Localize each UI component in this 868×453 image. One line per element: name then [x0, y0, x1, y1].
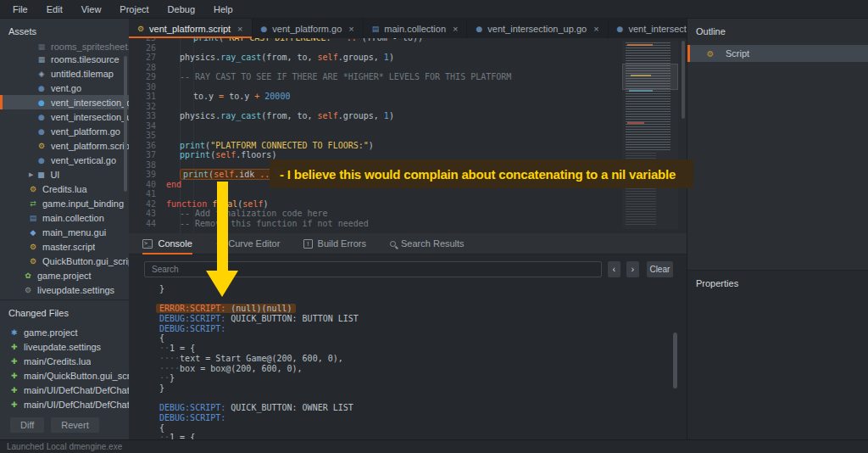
changed-file-main-ui-defchat-defchat-gui[interactable]: ✚main/UI/DefChat/DefChat.gui: [0, 397, 129, 411]
tree-item-game-project[interactable]: ✿game.project: [0, 268, 129, 282]
console-line: ··}: [159, 373, 670, 383]
defold-editor-window: FileEditViewProjectDebugHelp Assets ▦roo…: [0, 0, 868, 453]
console-line-error: ERROR:SCRIPT: (null)(null): [159, 304, 670, 314]
changed-file-main-ui-defchat-defchat-go[interactable]: ✚main/UI/DefChat/DefChat.go: [0, 383, 129, 397]
status-bar: Launched Local dmengine.exe: [0, 439, 868, 453]
close-icon[interactable]: ×: [348, 24, 353, 34]
tab-label: main.collection: [384, 24, 446, 34]
tree-item-vent-platform-script[interactable]: ⚙vent_platform.script: [0, 138, 129, 153]
code-line: 36print("PLATFORM CONNECTED TO FLOORS:"): [129, 141, 687, 151]
chevron-right-icon[interactable]: ▶: [29, 171, 33, 178]
changed-files-list[interactable]: ✱game.project✚liveupdate.settings✚main/C…: [0, 325, 129, 411]
code-line: 31to.y = to.y + 20000: [129, 92, 687, 102]
line-number: 35: [129, 131, 156, 141]
menu-view[interactable]: View: [72, 0, 111, 19]
tab-vent-platform-go[interactable]: ●vent_platform.go×: [253, 19, 364, 38]
minimap-viewport[interactable]: [622, 64, 678, 90]
console-tab-build-errors[interactable]: !Build Errors: [303, 233, 366, 254]
line-number: 38: [129, 160, 156, 171]
tree-item-credits-lua[interactable]: ⚙Credits.lua: [0, 182, 129, 196]
line-number: 40: [129, 180, 156, 190]
assets-scrollbar[interactable]: [124, 56, 127, 192]
tree-item-label: vent_vertical.go: [51, 155, 116, 165]
tree-item-ui[interactable]: ▶■UI: [0, 167, 129, 182]
added-icon: ✚: [11, 357, 19, 366]
minimap[interactable]: [622, 41, 678, 229]
changed-file-main-credits-lua[interactable]: ✚main/Credits.lua: [0, 354, 129, 368]
modified-icon: ✱: [11, 328, 19, 337]
changed-file-main-quickbutton-gui-script[interactable]: ✚main/QuickButton.gui_script: [0, 368, 129, 383]
close-icon[interactable]: ×: [453, 24, 458, 34]
search-next-button[interactable]: ›: [626, 261, 639, 277]
console-line: ··1 = {: [159, 344, 670, 354]
script-icon: ⚙: [29, 185, 37, 193]
line-number: 26: [129, 43, 156, 53]
assets-tree[interactable]: ▦rooms_spritesheet.tilesource▦rooms.tile…: [0, 42, 129, 297]
menu-edit[interactable]: Edit: [37, 0, 72, 19]
menu-help[interactable]: Help: [204, 0, 242, 19]
tree-item-label: main_menu.gui: [42, 227, 106, 238]
console-tab-search-results[interactable]: Search Results: [390, 233, 465, 254]
search-prev-button[interactable]: ‹: [608, 261, 620, 277]
editor-scrollbar[interactable]: [682, 41, 685, 119]
code-editor[interactable]: 25print("RAY CAST DIFFERENCE: " .. (from…: [129, 38, 687, 233]
assets-panel: Assets ▦rooms_spritesheet.tilesource▦roo…: [0, 19, 129, 439]
project-icon: ✿: [24, 271, 32, 280]
menu-debug[interactable]: Debug: [159, 0, 204, 19]
tab-main-collection[interactable]: ▤main.collection×: [364, 19, 468, 38]
tab-vent-intersection-up-go[interactable]: ●vent_intersection_up.go×: [467, 19, 608, 38]
line-number: 34: [129, 121, 156, 131]
tree-item-label: game.input_binding: [42, 199, 124, 209]
tree-item-rooms-tilesource[interactable]: ▦rooms.tilesource: [0, 52, 129, 66]
changed-file-liveupdate-settings[interactable]: ✚liveupdate.settings: [0, 339, 129, 354]
status-text: Launched Local dmengine.exe: [7, 442, 122, 451]
line-number: 41: [129, 189, 156, 199]
outline-item-script[interactable]: ⚙ Script: [687, 45, 868, 62]
line-number: 32: [129, 102, 156, 112]
go-icon: ●: [37, 156, 46, 165]
tree-item-liveupdate-settings[interactable]: ⚙liveupdate.settings: [0, 282, 129, 297]
code-line: 30: [129, 82, 687, 92]
line-number: 43: [129, 209, 156, 219]
console-scrollbar[interactable]: [673, 333, 677, 389]
tree-item-quickbutton-gui-script[interactable]: ⚙QuickButton.gui_script: [0, 254, 129, 268]
go-icon: ●: [261, 25, 268, 33]
tree-item-vent-intersection-down-go[interactable]: ●vent_intersection_down.go: [0, 95, 129, 109]
outline-item-label: Script: [726, 48, 749, 59]
tilesource-icon: ▦: [37, 55, 46, 64]
tab-label: vent_platform.script: [149, 24, 231, 34]
menu-file[interactable]: File: [3, 0, 37, 19]
search-icon: [390, 241, 396, 247]
editor-tabbar[interactable]: ⚙vent_platform.script×●vent_platform.go×…: [129, 19, 687, 38]
go-icon: ●: [37, 84, 46, 92]
line-number: 28: [129, 63, 156, 73]
tree-item-vent-intersection-up-go[interactable]: ●vent_intersection_up.go: [0, 109, 129, 124]
tree-item-master-script[interactable]: ⚙master.script: [0, 239, 129, 254]
minimap-fleck: [629, 90, 653, 92]
annotation-text: - I believe this would complain about co…: [280, 167, 676, 182]
close-icon[interactable]: ×: [237, 24, 242, 34]
tree-item-main-menu-gui[interactable]: ◆main_menu.gui: [0, 225, 129, 239]
console-tab-console[interactable]: >_Console: [142, 233, 192, 254]
console-tab-label: Curve Editor: [228, 238, 280, 249]
revert-button[interactable]: Revert: [51, 417, 98, 433]
tree-item-label: rooms.tilesource: [51, 54, 120, 64]
changed-file-game-project[interactable]: ✱game.project: [0, 325, 129, 339]
tree-item-main-collection[interactable]: ▤main.collection: [0, 210, 129, 225]
menu-project[interactable]: Project: [110, 0, 158, 19]
line-number: 44: [129, 219, 156, 229]
code-line: 37pprint(self.floors): [129, 150, 687, 160]
clear-button[interactable]: Clear: [647, 261, 673, 277]
console-output[interactable]: }ERROR:SCRIPT: (null)(null)DEBUG:SCRIPT:…: [159, 284, 670, 443]
tree-item-rooms-spritesheet-tilesource[interactable]: ▦rooms_spritesheet.tilesource: [0, 42, 129, 52]
tab-vent-platform-script[interactable]: ⚙vent_platform.script×: [129, 19, 253, 38]
tree-item-game-input-binding[interactable]: ⇄game.input_binding: [0, 196, 129, 210]
close-icon[interactable]: ×: [593, 24, 598, 34]
console-line: ····box = box@(200, 600, 0),: [159, 364, 670, 374]
tree-item-vent-vertical-go[interactable]: ●vent_vertical.go: [0, 153, 129, 167]
tree-item-untitled-tilemap[interactable]: ◈untitled.tilemap: [0, 66, 129, 81]
diff-button[interactable]: Diff: [10, 417, 44, 433]
console-tabbar[interactable]: >_Console~Curve Editor!Build ErrorsSearc…: [129, 233, 687, 254]
tree-item-vent-platform-go[interactable]: ●vent_platform.go: [0, 124, 129, 138]
tree-item-vent-go[interactable]: ●vent.go: [0, 81, 129, 95]
